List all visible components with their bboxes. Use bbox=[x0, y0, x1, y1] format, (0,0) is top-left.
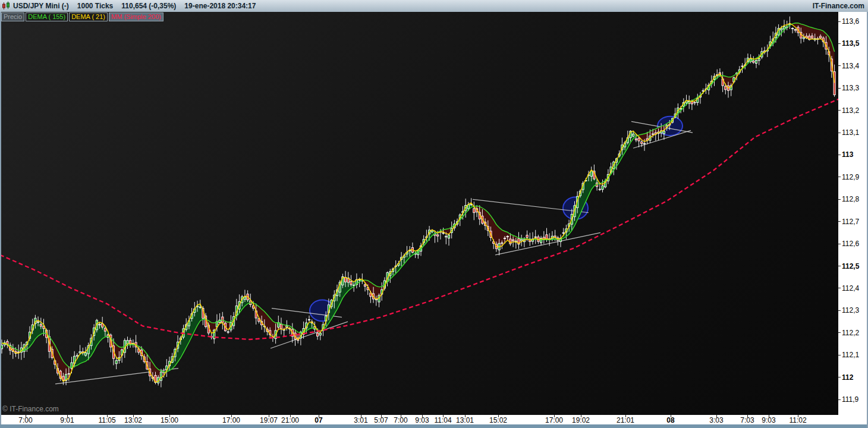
x-axis-label: 17:00 bbox=[213, 416, 249, 424]
x-axis-label: 9:01 bbox=[49, 416, 85, 424]
title-bar: USD/JPY Mini (-) 1000 Ticks 110,654 (-0,… bbox=[0, 0, 868, 12]
window-border-left bbox=[0, 12, 1, 424]
y-axis-label: 112,6 bbox=[842, 240, 859, 248]
y-axis-label: 111,9 bbox=[842, 395, 858, 404]
y-axis-label: 112,2 bbox=[842, 329, 859, 337]
y-axis-tick bbox=[838, 155, 841, 155]
y-axis-tick bbox=[838, 110, 841, 111]
y-axis-label: 112,1 bbox=[842, 351, 859, 359]
y-axis-label: 113,3 bbox=[842, 84, 859, 92]
y-axis-tick bbox=[838, 65, 841, 66]
y-axis-tick bbox=[838, 43, 841, 44]
price-chart-svg[interactable] bbox=[0, 12, 838, 415]
y-axis-label: 113,4 bbox=[842, 62, 859, 70]
watermark: © IT-Finance.com bbox=[2, 405, 59, 413]
x-axis-label: 19:02 bbox=[563, 416, 599, 424]
y-axis[interactable]: 113,6113,5113,4113,3113,2113,1113112,911… bbox=[838, 12, 868, 415]
y-axis-tick bbox=[838, 310, 841, 311]
y-axis-label: 112,9 bbox=[842, 173, 859, 181]
x-axis-label: 13:01 bbox=[447, 416, 483, 424]
x-axis-label: 21:01 bbox=[608, 416, 643, 424]
timeframe: 1000 Ticks bbox=[77, 2, 114, 10]
y-axis-label: 112,3 bbox=[842, 306, 859, 314]
y-axis-tick bbox=[838, 199, 841, 200]
y-axis-tick bbox=[838, 88, 841, 89]
brand-link[interactable]: IT-Finance.com bbox=[813, 2, 864, 10]
y-axis-label: 112 bbox=[842, 373, 853, 382]
y-axis-label: 113,5 bbox=[842, 39, 859, 48]
x-axis-label: 07 bbox=[301, 416, 336, 424]
y-axis-label: 113,1 bbox=[842, 128, 859, 137]
legend-item-precio[interactable]: Precio bbox=[1, 12, 24, 21]
x-axis-label: 15:02 bbox=[480, 416, 516, 424]
y-axis-tick bbox=[838, 355, 841, 355]
x-axis-label: 3:03 bbox=[699, 416, 734, 424]
y-axis-label: 112,5 bbox=[842, 262, 859, 270]
bottom-strip bbox=[0, 424, 868, 428]
candlestick-icon bbox=[2, 1, 11, 11]
y-axis-tick bbox=[838, 244, 841, 244]
legend-item-dema-155[interactable]: DEMA ( 155) bbox=[26, 12, 68, 21]
y-axis-label: 113 bbox=[842, 150, 853, 159]
y-axis-tick bbox=[838, 21, 841, 22]
x-axis-label: 13:02 bbox=[115, 416, 151, 424]
quote-datetime: 19-ene-2018 20:34:17 bbox=[184, 2, 256, 10]
last-quote: 110,654 (-0,35%) bbox=[121, 2, 176, 10]
legend-item-mm-simple-200[interactable]: MM (Simple 200) bbox=[109, 12, 163, 21]
legend-item-dema-21[interactable]: DEMA ( 21) bbox=[69, 12, 108, 21]
x-axis[interactable]: 7:009:0111:0513:0215:0017:0019:0721:0007… bbox=[0, 415, 868, 424]
y-axis-label: 112,7 bbox=[842, 218, 859, 226]
y-axis-tick bbox=[838, 399, 841, 400]
x-axis-label: 15:00 bbox=[152, 416, 187, 424]
y-axis-label: 112,8 bbox=[842, 195, 859, 203]
y-axis-tick bbox=[838, 133, 841, 133]
y-axis-label: 113,2 bbox=[842, 106, 859, 115]
y-axis-tick bbox=[838, 377, 841, 377]
y-axis-tick bbox=[838, 177, 841, 177]
chart-window: USD/JPY Mini (-) 1000 Ticks 110,654 (-0,… bbox=[0, 0, 868, 428]
y-axis-tick bbox=[838, 288, 841, 288]
y-axis-label: 113,6 bbox=[842, 17, 859, 26]
x-axis-label: 08 bbox=[653, 416, 688, 424]
y-axis-tick bbox=[838, 266, 841, 266]
x-axis-label: 7:00 bbox=[8, 416, 43, 424]
y-axis-tick bbox=[838, 221, 841, 222]
x-axis-label: 11:02 bbox=[780, 416, 816, 424]
y-axis-tick bbox=[838, 332, 841, 333]
y-axis-label: 112,4 bbox=[842, 284, 859, 292]
chart-plot[interactable]: © IT-Finance.com bbox=[0, 12, 838, 415]
symbol-name: USD/JPY Mini (-) bbox=[13, 2, 69, 10]
indicator-legend: PrecioDEMA ( 155)DEMA ( 21)MM (Simple 20… bbox=[1, 12, 163, 21]
